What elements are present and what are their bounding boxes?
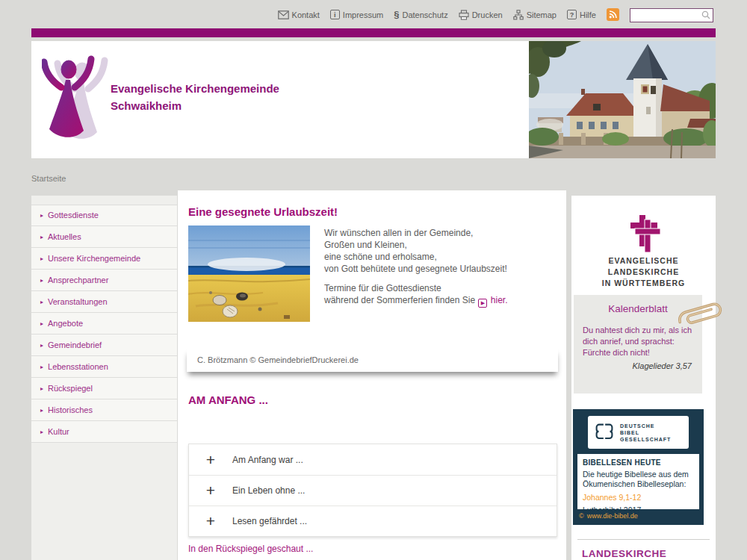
accordion-item-am-anfang-war[interactable]: + Am Anfang war ... [189,444,557,475]
hier-link[interactable]: hier. [491,295,508,305]
bibellesen-heading: BIBELLESEN HEUTE [583,458,694,467]
kalenderblatt-title: Kalenderblatt [574,295,702,314]
sidebar-item-label: Lebensstationen [48,356,108,378]
beach-painting-image [188,225,310,322]
kalenderblatt-verse: Du nahtest dich zu mir, als ich dich anr… [574,314,702,358]
schedule-line: Termine für die Gottesdienste [324,282,507,294]
plus-icon: + [202,512,219,530]
breadcrumb-current[interactable]: Startseite [31,174,66,183]
accordion-item-ein-leben-ohne[interactable]: + Ein Leben ohne ... [189,475,557,505]
sidebar-item-aktuelles[interactable]: ▸Aktuelles [31,226,177,248]
topbar-link-hilfe[interactable]: ? Hilfe [567,10,596,19]
site-header[interactable]: Evangelische Kirchengemeinde Schwaikheim [31,41,529,158]
plus-icon: + [202,451,219,469]
bibellesen-footer[interactable]: © www.die-bibel.de [579,512,638,520]
schedule-line2-prefix: während der Sommerferien finden Sie [324,295,475,305]
sidebar-item-lebensstationen[interactable]: ▸Lebensstationen [31,356,177,378]
topbar-link-drucken[interactable]: Drucken [459,10,503,20]
accordion: + Am Anfang war ... + Ein Leben ohne ...… [188,444,557,537]
sidebar-item-label: Ansprechpartner [48,270,108,291]
landeskirche-text-line2: IN WÜRTTEMBERG [571,278,716,289]
sidebar-item-label: Veranstaltungen [48,291,108,313]
section-title-am-anfang: AM ANFANG ... [188,393,268,406]
body-line: von Gott behütete und gesegnete Urlaubsz… [324,263,507,275]
article-body: Wir wünschen allen in der Gemeinde, Groß… [324,227,507,308]
main-navigation: ▸Gottesdienste ▸Aktuelles ▸Unsere Kirche… [31,196,177,560]
bibellesen-footer-link: www.die-bibel.de [587,512,638,520]
topbar-link-label: Drucken [472,10,503,19]
rueckspiegel-link[interactable]: In den Rückspiegel geschaut ... [188,544,313,554]
kalenderblatt-widget[interactable]: Kalenderblatt Du nahtest dich zu mir, al… [574,295,702,393]
sidebar-item-label: Angebote [48,313,83,335]
envelope-icon [278,10,289,19]
sidebar-item-ansprechpartner[interactable]: ▸Ansprechpartner [31,270,177,291]
accordion-item-label: Lesen gefährdet ... [232,516,307,526]
sidebar-item-gottesdienste[interactable]: ▸Gottesdienste [31,205,177,226]
triangle-bullet-icon: ▸ [40,270,43,291]
accent-bar [31,28,716,37]
printer-icon [459,10,469,20]
triangle-bullet-icon: ▸ [40,313,43,335]
triangle-bullet-icon: ▸ [40,421,43,443]
double-cross-icon [627,214,660,254]
sidebar-item-label: Gottesdienste [48,205,99,226]
site-title-line2: Schwaikheim [111,97,279,114]
play-link-icon[interactable]: ▶ [478,299,487,308]
landeskirche-text-line1: EVANGELISCHE LANDESKIRCHE [571,255,716,278]
landeskirche-logo[interactable] [571,214,716,257]
body-line: Großen und Kleinen, [324,239,507,251]
topbar-link-label: Impressum [343,10,383,19]
church-community-logo-icon [42,50,117,149]
sidebar-item-rueckspiegel[interactable]: ▸Rückspiegel [31,378,177,399]
topbar-link-impressum[interactable]: i Impressum [330,10,383,19]
topbar-link-label: Datenschutz [403,10,448,19]
landeskirche-section-link[interactable]: LANDESKIRCHE [582,548,666,559]
sidebar-divider [577,539,710,540]
page-title: Eine gesegnete Urlaubszeit! [188,205,338,218]
topbar-link-label: Hilfe [580,10,596,19]
bibellesen-widget[interactable]: DEUTSCHE BIBEL GESELLSCHAFT BIBELLESEN H… [573,409,704,525]
bibellesen-body: BIBELLESEN HEUTE Die heutige Bibellese a… [577,454,699,509]
body-line: eine schöne und erholsame, [324,251,507,263]
triangle-bullet-icon: ▸ [40,248,43,270]
church-photo [529,41,716,158]
sidebar-item-angebote[interactable]: ▸Angebote [31,313,177,335]
image-caption-bar: C. Brötzmann © GemeindebriefDruckerei.de [187,349,558,372]
topbar-link-sitemap[interactable]: Sitemap [513,10,557,20]
sidebar-item-unsere-kirchengemeinde[interactable]: ▸Unsere Kirchengemeinde [31,248,177,270]
dbg-logo-card: DEUTSCHE BIBEL GESELLSCHAFT [588,416,689,449]
landeskirche-logo-text: EVANGELISCHE LANDESKIRCHE IN WÜRTTEMBERG [571,255,716,289]
schedule-line2: während der Sommerferien finden Sie ▶ hi… [324,294,507,308]
topbar-link-kontakt[interactable]: Kontakt [278,10,320,19]
triangle-bullet-icon: ▸ [40,356,43,378]
sidebar-item-label: Unsere Kirchengemeinde [48,248,140,270]
open-book-logo-icon [593,422,616,443]
dbg-text-line1: DEUTSCHE [620,423,671,429]
body-line: Wir wünschen allen in der Gemeinde, [324,227,507,239]
topbar-link-datenschutz[interactable]: § Datenschutz [394,10,447,19]
triangle-bullet-icon: ▸ [40,399,43,421]
accordion-item-lesen-gefaehrdet[interactable]: + Lesen gefährdet ... [189,505,557,536]
section-sign-icon: § [394,10,399,19]
site-title-line1: Evangelische Kirchengemeinde [111,80,279,97]
question-box-icon: ? [567,10,577,19]
breadcrumb: Startseite [31,174,66,183]
sidebar-item-label: Historisches [48,399,93,421]
sidebar-item-label: Kultur [48,421,69,443]
accordion-item-label: Am Anfang war ... [232,455,303,465]
triangle-bullet-icon: ▸ [40,205,43,226]
copyright-icon: © [579,512,584,520]
top-utility-bar: Kontakt i Impressum § Datenschutz Drucke… [0,0,747,28]
main-content: Eine gesegnete Urlaubszeit! Wir wünschen… [178,190,566,560]
sidebar-item-kultur[interactable]: ▸Kultur [31,421,177,443]
bibellesen-passage[interactable]: Johannes 9,1-12 [583,493,694,502]
image-caption: C. Brötzmann © GemeindebriefDruckerei.de [197,355,359,364]
sidebar-item-historisches[interactable]: ▸Historisches [31,399,177,421]
rss-icon[interactable] [607,8,619,21]
sidebar-item-veranstaltungen[interactable]: ▸Veranstaltungen [31,291,177,313]
sidebar-item-gemeindebrief[interactable]: ▸Gemeindebrief [31,335,177,356]
triangle-bullet-icon: ▸ [40,226,43,248]
sidebar-item-label: Gemeindebrief [48,335,102,356]
dbg-text-line3: GESELLSCHAFT [620,436,671,443]
accordion-item-label: Ein Leben ohne ... [232,485,305,496]
